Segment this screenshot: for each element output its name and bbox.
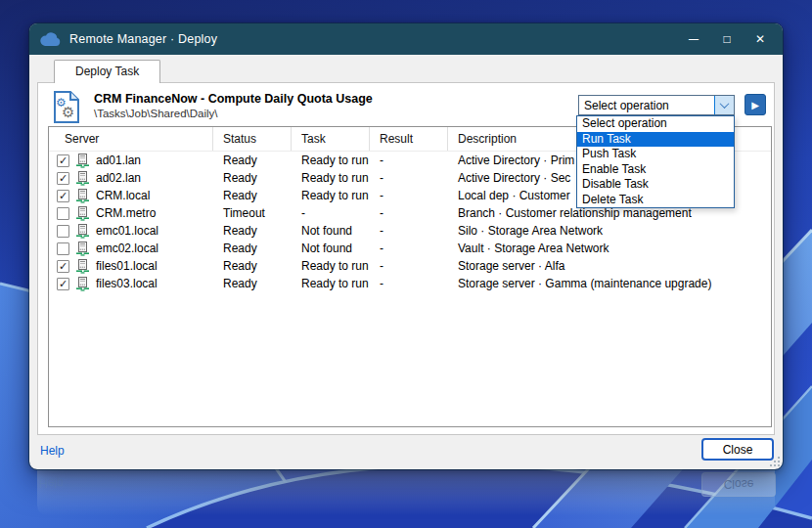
server-checkbox[interactable] <box>57 207 69 220</box>
column-header-result[interactable]: Result <box>370 127 448 151</box>
task-cell: Ready to run <box>292 171 370 185</box>
task-gears-document-icon: ⚙ ⚙ <box>52 90 81 128</box>
dialog-footer: Help Close <box>29 434 783 469</box>
result-cell: - <box>370 224 448 238</box>
help-link[interactable]: Help <box>40 444 65 458</box>
table-row[interactable]: emc02.localReadyNot found-Vault · Storag… <box>49 240 771 257</box>
server-name: emc01.local <box>96 224 158 238</box>
result-cell: - <box>370 277 448 290</box>
operation-option[interactable]: Enable Task <box>577 162 734 178</box>
table-row[interactable]: ✓ files03.localReadyReady to run-Storage… <box>49 275 771 292</box>
column-header-task[interactable]: Task <box>292 127 370 151</box>
operation-option[interactable]: Run Task <box>577 132 734 148</box>
operation-selected-value: Select operation <box>579 96 714 114</box>
server-cell: ✓ files01.local <box>49 259 213 274</box>
task-cell: Ready to run <box>292 154 370 167</box>
operation-option[interactable]: Disable Task <box>577 177 734 193</box>
column-header-status[interactable]: Status <box>213 127 292 151</box>
task-cell: Not found <box>292 242 370 255</box>
close-button[interactable]: Close <box>701 438 774 461</box>
server-icon <box>75 154 90 168</box>
table-row[interactable]: emc01.localReadyNot found-Silo · Storage… <box>49 222 771 240</box>
execute-operation-button[interactable]: ▶ <box>744 94 766 115</box>
result-cell: - <box>370 259 448 273</box>
server-icon <box>75 206 90 221</box>
server-name: files03.local <box>96 277 158 290</box>
minimize-button[interactable]: ─ <box>677 26 710 52</box>
remote-manager-deploy-window: Remote Manager · Deploy ─ □ ✕ Deploy Tas… <box>29 23 783 469</box>
titlebar[interactable]: Remote Manager · Deploy ─ □ ✕ <box>29 23 783 55</box>
server-cell: ✓ ad02.lan <box>49 171 213 186</box>
desc-cell: Silo · Storage Area Network <box>448 224 771 238</box>
task-cell: Not found <box>292 224 370 238</box>
deploy-task-page: ⚙ ⚙ CRM FinanceNow - Compute Daily Quota… <box>37 82 775 435</box>
server-name: ad01.lan <box>96 154 141 167</box>
operation-option[interactable]: Push Task <box>577 147 734 162</box>
status-cell: Timeout <box>213 206 292 220</box>
operation-option[interactable]: Delete Task <box>577 193 734 208</box>
server-name: CRM.local <box>96 189 150 202</box>
task-cell: Ready to run <box>292 259 370 273</box>
server-name: files01.local <box>96 259 158 273</box>
status-cell: Ready <box>213 189 292 202</box>
result-cell: - <box>370 189 448 202</box>
server-cell: emc01.local <box>49 224 213 239</box>
server-checkbox[interactable]: ✓ <box>57 154 69 167</box>
status-cell: Ready <box>213 242 292 255</box>
server-icon <box>75 189 90 203</box>
server-checkbox[interactable]: ✓ <box>57 278 69 290</box>
desc-cell: Branch · Customer relationship managemen… <box>448 206 771 220</box>
server-checkbox[interactable]: ✓ <box>57 190 69 202</box>
server-icon <box>75 171 90 186</box>
desc-cell: Vault · Storage Area Network <box>448 242 771 255</box>
svg-text:⚙: ⚙ <box>62 104 74 120</box>
server-icon <box>75 224 90 239</box>
server-checkbox[interactable]: ✓ <box>57 260 69 273</box>
server-checkbox[interactable] <box>57 242 69 255</box>
status-cell: Ready <box>213 171 292 185</box>
server-icon <box>75 277 90 291</box>
server-icon <box>75 242 90 256</box>
resize-grip[interactable] <box>770 457 780 466</box>
column-header-server[interactable]: Server <box>49 127 213 151</box>
desc-cell: Storage server · Gamma (maintenance upgr… <box>448 277 771 290</box>
server-cell: emc02.local <box>49 242 213 256</box>
server-icon <box>75 259 90 274</box>
close-window-button[interactable]: ✕ <box>744 26 777 52</box>
desc-cell: Storage server · Alfa <box>448 259 771 273</box>
server-cell: ✓ CRM.local <box>49 189 213 203</box>
server-checkbox[interactable]: ✓ <box>57 172 69 185</box>
result-cell: - <box>370 206 448 220</box>
server-cell: ✓ files03.local <box>49 277 213 291</box>
tab-strip: Deploy Task <box>37 59 160 82</box>
task-cell: - <box>292 206 370 220</box>
window-title: Remote Manager · Deploy <box>69 32 677 46</box>
operation-combobox[interactable]: Select operation <box>578 95 735 115</box>
task-cell: Ready to run <box>292 277 370 290</box>
table-row[interactable]: ✓ files01.localReadyReady to run-Storage… <box>49 257 771 275</box>
result-cell: - <box>370 242 448 255</box>
result-cell: - <box>370 154 448 167</box>
task-title: CRM FinanceNow - Compute Daily Quota Usa… <box>94 92 373 106</box>
task-cell: Ready to run <box>292 189 370 202</box>
operation-option[interactable]: Select operation <box>577 116 734 132</box>
status-cell: Ready <box>213 154 292 167</box>
status-cell: Ready <box>213 259 292 273</box>
play-icon: ▶ <box>751 100 759 110</box>
operation-dropdown-list: Select operationRun TaskPush TaskEnable … <box>576 115 735 208</box>
server-name: ad02.lan <box>96 171 141 185</box>
server-name: CRM.metro <box>96 206 156 220</box>
server-cell: ✓ ad01.lan <box>49 154 213 168</box>
chevron-down-icon <box>720 99 730 109</box>
result-cell: - <box>370 171 448 185</box>
maximize-button[interactable]: □ <box>710 26 744 52</box>
combobox-dropdown-button[interactable] <box>714 96 734 114</box>
task-path: \Tasks\Job\Shared\Daily\ <box>94 108 218 119</box>
server-checkbox[interactable] <box>57 225 69 238</box>
server-name: emc02.local <box>96 242 158 255</box>
status-cell: Ready <box>213 277 292 290</box>
server-cell: CRM.metro <box>49 206 213 221</box>
status-cell: Ready <box>213 224 292 238</box>
tab-deploy-task[interactable]: Deploy Task <box>54 60 160 83</box>
cloud-icon <box>39 31 61 47</box>
